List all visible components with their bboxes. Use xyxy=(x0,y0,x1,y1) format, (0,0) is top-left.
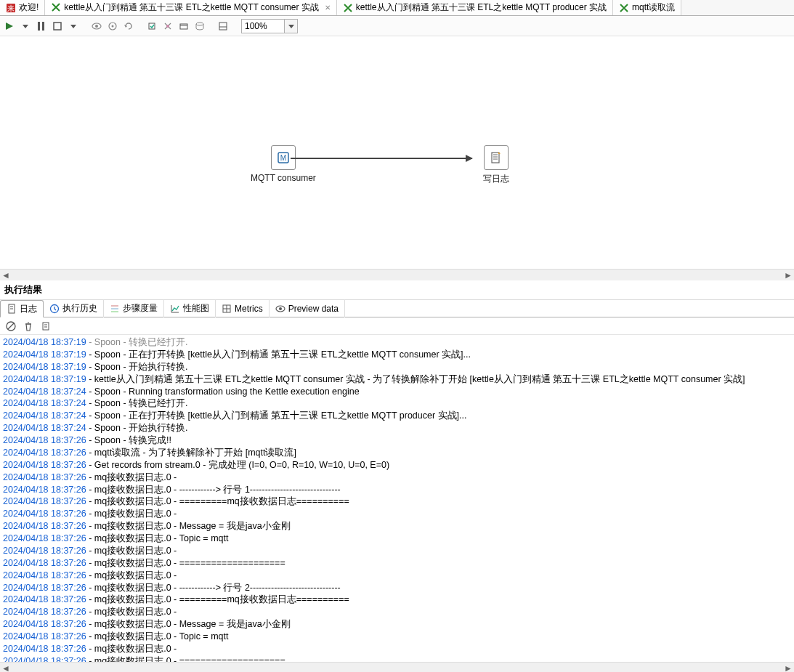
log-timestamp: 2024/04/18 18:37:26 xyxy=(3,546,86,556)
svg-point-9 xyxy=(95,25,98,28)
impact-button[interactable] xyxy=(161,20,174,33)
log-line: 2024/04/18 18:37:26 - mq接收数据日志.0 - Topic… xyxy=(3,533,791,545)
log-message: - mq接收数据日志.0 - ==================== xyxy=(86,656,285,662)
svg-point-17 xyxy=(196,23,203,25)
svg-line-40 xyxy=(8,323,14,329)
doc-icon xyxy=(7,304,17,314)
zoom-input[interactable] xyxy=(241,19,285,33)
log-timestamp: 2024/04/18 18:37:24 xyxy=(3,423,86,433)
zoom-dropdown[interactable] xyxy=(285,19,298,33)
log-line: 2024/04/18 18:37:26 - mq接收数据日志.0 - -----… xyxy=(3,582,791,594)
debug-button[interactable] xyxy=(106,20,119,33)
log-settings-button[interactable] xyxy=(39,320,52,333)
transformation-canvas[interactable]: M MQTT consumer 写日志 xyxy=(0,36,794,269)
log-message: - Spoon - 正在打开转换 [kettle从入门到精通 第五十三课 ETL… xyxy=(86,410,467,421)
log-message: - mq接收数据日志.0 - Message = 我是java小金刚 xyxy=(86,521,291,531)
log-line: 2024/04/18 18:37:26 - mq接收数据日志.0 - =====… xyxy=(3,655,791,662)
pause-button[interactable] xyxy=(35,20,48,33)
log-message: - mq接收数据日志.0 - xyxy=(86,472,177,482)
log-message: - kettle从入门到精通 第五十三课 ETL之kettle MQTT con… xyxy=(86,374,745,384)
svg-rect-23 xyxy=(492,153,499,163)
run-dropdown[interactable] xyxy=(19,20,32,33)
node-write-log[interactable]: 写日志 xyxy=(483,145,509,185)
log-timestamp: 2024/04/18 18:37:26 xyxy=(3,656,86,662)
zoom-control xyxy=(241,19,298,33)
log-timestamp: 2024/04/18 18:37:26 xyxy=(3,509,86,519)
preview-button[interactable] xyxy=(90,20,103,33)
tab-label: mqtt读取流 xyxy=(632,1,675,14)
log-line: 2024/04/18 18:37:26 - mq接收数据日志.0 - =====… xyxy=(3,594,791,606)
log-hscroll[interactable]: ◄ ► xyxy=(0,662,794,672)
results-tab-perf[interactable]: 性能图 xyxy=(164,300,216,317)
scroll-right-icon[interactable]: ► xyxy=(782,663,794,673)
log-line: 2024/04/18 18:37:26 - mq接收数据日志.0 - Messa… xyxy=(3,520,791,533)
stop-button[interactable] xyxy=(51,20,64,33)
log-message: - mq接收数据日志.0 - xyxy=(86,546,177,556)
replay-button[interactable] xyxy=(122,20,135,33)
stop-dropdown[interactable] xyxy=(67,20,80,33)
hop-arrow[interactable] xyxy=(291,158,472,159)
tab-label: Metrics xyxy=(235,304,263,314)
results-tab-metrics[interactable]: Metrics xyxy=(216,300,270,317)
log-message: - mq接收数据日志.0 - xyxy=(86,607,177,617)
log-line: 2024/04/18 18:37:26 - mq接收数据日志.0 - =====… xyxy=(3,495,791,508)
log-line: 2024/04/18 18:37:26 - Spoon - 转换完成!! xyxy=(3,434,791,447)
tab-consumer[interactable]: kettle从入门到精通 第五十三课 ETL之kettle MQTT consu… xyxy=(45,0,337,16)
log-message: - mq接收数据日志.0 - ------------> 行号 1-------… xyxy=(86,485,341,495)
svg-marker-3 xyxy=(23,25,28,28)
log-timestamp: 2024/04/18 18:37:19 xyxy=(3,374,86,384)
tab-producer[interactable]: kettle从入门到精通 第五十三课 ETL之kettle MQTT produ… xyxy=(337,0,613,16)
canvas-hscroll[interactable]: ◄ ► xyxy=(0,269,794,280)
log-message: - mq接收数据日志.0 - Message = 我是java小金刚 xyxy=(86,619,291,629)
log-message: - mq接收数据日志.0 - Topic = mqtt xyxy=(86,631,229,641)
scroll-left-icon[interactable]: ◄ xyxy=(0,663,12,673)
log-timestamp: 2024/04/18 18:37:24 xyxy=(3,398,86,408)
node-label: 写日志 xyxy=(483,173,509,185)
write-log-icon xyxy=(484,145,509,170)
verify-button[interactable] xyxy=(145,20,158,33)
explore-button[interactable] xyxy=(193,20,206,33)
tab-welcome[interactable]: 来 欢迎! xyxy=(0,0,45,16)
log-clear-button[interactable] xyxy=(22,320,35,333)
log-line: 2024/04/18 18:37:26 - mqtt读取流 - 为了转换解除补丁… xyxy=(3,447,791,459)
tab-label: 性能图 xyxy=(183,302,209,315)
log-message: - Spoon - 转换已经打开. xyxy=(86,398,188,408)
scroll-left-icon[interactable]: ◄ xyxy=(0,270,12,281)
log-line: 2024/04/18 18:37:24 - Spoon - 开始执行转换. xyxy=(3,422,791,434)
close-icon[interactable]: ✕ xyxy=(325,4,331,12)
show-results-button[interactable] xyxy=(216,20,230,33)
grid-icon xyxy=(222,304,232,314)
log-message: - Spoon - 正在打开转换 [kettle从入门到精通 第五十三课 ETL… xyxy=(86,349,471,360)
log-line: 2024/04/18 18:37:26 - mq接收数据日志.0 - xyxy=(3,471,791,484)
log-stop-button[interactable] xyxy=(4,320,17,333)
document-tabbar: 来 欢迎! kettle从入门到精通 第五十三课 ETL之kettle MQTT… xyxy=(0,0,794,16)
tab-mqtt-read[interactable]: mqtt读取流 xyxy=(613,0,681,16)
sql-button[interactable] xyxy=(177,20,190,33)
results-tab-history[interactable]: 执行历史 xyxy=(44,300,104,317)
log-message: - mq接收数据日志.0 - xyxy=(86,644,177,654)
svg-marker-7 xyxy=(70,25,76,28)
svg-rect-6 xyxy=(54,23,61,30)
log-message: - Spoon - 转换完成!! xyxy=(86,435,171,445)
log-line: 2024/04/18 18:37:19 - kettle从入门到精通 第五十三课… xyxy=(3,373,791,386)
tab-label: kettle从入门到精通 第五十三课 ETL之kettle MQTT produ… xyxy=(356,1,607,14)
svg-text:M: M xyxy=(280,154,286,162)
results-tab-preview[interactable]: Preview data xyxy=(270,300,345,317)
svg-text:来: 来 xyxy=(7,4,15,12)
log-message: - mq接收数据日志.0 - Topic = mqtt xyxy=(86,533,229,543)
results-tab-stepmetrics[interactable]: 步骤度量 xyxy=(104,300,164,317)
log-timestamp: 2024/04/18 18:37:26 xyxy=(3,435,86,445)
run-button[interactable] xyxy=(3,20,16,33)
log-line: 2024/04/18 18:37:19 - Spoon - 转换已经打开. xyxy=(3,336,791,349)
log-line: 2024/04/18 18:37:26 - mq接收数据日志.0 - Messa… xyxy=(3,618,791,631)
svg-rect-4 xyxy=(38,22,40,31)
trans-icon xyxy=(51,2,61,12)
welcome-icon: 来 xyxy=(6,3,16,13)
results-tab-log[interactable]: 日志 xyxy=(0,300,44,317)
scroll-right-icon[interactable]: ► xyxy=(782,270,794,281)
log-line: 2024/04/18 18:37:26 - mq接收数据日志.0 - xyxy=(3,606,791,618)
log-output[interactable]: 2024/04/18 18:37:19 - Spoon - 转换已经打开.202… xyxy=(0,335,794,662)
node-mqtt-consumer[interactable]: M MQTT consumer xyxy=(251,145,316,183)
log-line: 2024/04/18 18:37:19 - Spoon - 开始执行转换. xyxy=(3,361,791,373)
svg-point-38 xyxy=(279,307,282,310)
